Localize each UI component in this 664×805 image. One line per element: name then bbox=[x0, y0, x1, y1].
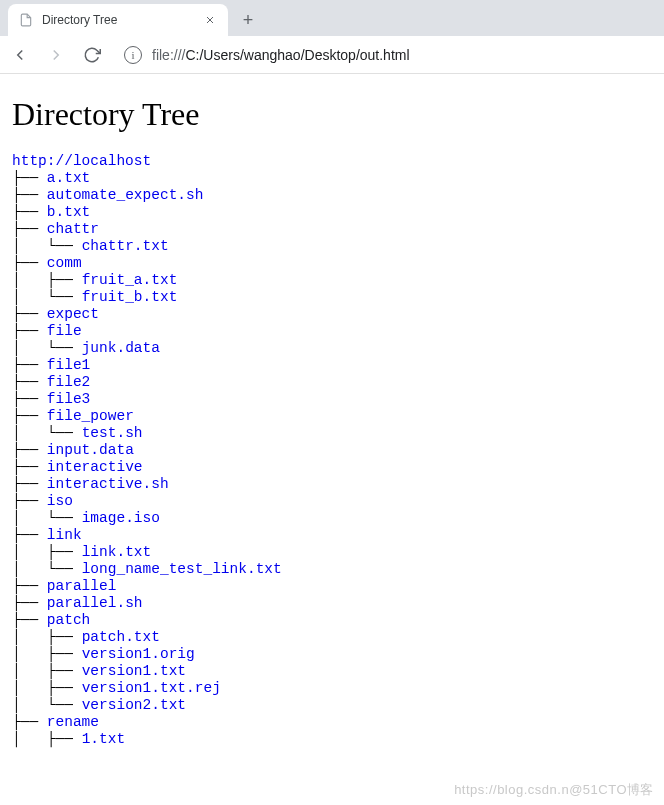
tree-item-link[interactable]: file_power bbox=[47, 408, 134, 424]
tree-item-link[interactable]: test.sh bbox=[82, 425, 143, 441]
tree-item-link[interactable]: version1.orig bbox=[82, 646, 195, 662]
tree-item-link[interactable]: comm bbox=[47, 255, 82, 271]
tree-item-link[interactable]: iso bbox=[47, 493, 73, 509]
watermark: https://blog.csdn.n@51CTO博客 bbox=[454, 781, 654, 799]
tree-item-link[interactable]: fruit_a.txt bbox=[82, 272, 178, 288]
tree-item-link[interactable]: link bbox=[47, 527, 82, 543]
browser-tabbar: Directory Tree + bbox=[0, 0, 664, 36]
browser-tab[interactable]: Directory Tree bbox=[8, 4, 228, 36]
tree-item-link[interactable]: junk.data bbox=[82, 340, 160, 356]
tree-item-link[interactable]: patch.txt bbox=[82, 629, 160, 645]
page-content: Directory Tree http://localhost ├── a.tx… bbox=[0, 74, 664, 760]
tree-item-link[interactable]: image.iso bbox=[82, 510, 160, 526]
tree-item-link[interactable]: version1.txt.rej bbox=[82, 680, 221, 696]
page-title: Directory Tree bbox=[12, 96, 652, 133]
directory-tree: http://localhost ├── a.txt ├── automate_… bbox=[12, 153, 652, 748]
tree-item-link[interactable]: file bbox=[47, 323, 82, 339]
tree-item-link[interactable]: long_name_test_link.txt bbox=[82, 561, 282, 577]
tree-item-link[interactable]: interactive.sh bbox=[47, 476, 169, 492]
tree-root-link[interactable]: http://localhost bbox=[12, 153, 151, 169]
tab-title: Directory Tree bbox=[42, 13, 194, 27]
reload-button[interactable] bbox=[80, 43, 104, 67]
tree-item-link[interactable]: automate_expect.sh bbox=[47, 187, 204, 203]
tree-item-link[interactable]: expect bbox=[47, 306, 99, 322]
tree-item-link[interactable]: parallel bbox=[47, 578, 117, 594]
tree-item-link[interactable]: rename bbox=[47, 714, 99, 730]
tree-item-link[interactable]: version1.txt bbox=[82, 663, 186, 679]
url-text: file:///C:/Users/wanghao/Desktop/out.htm… bbox=[152, 47, 410, 63]
forward-button[interactable] bbox=[44, 43, 68, 67]
tree-item-link[interactable]: 1.txt bbox=[82, 731, 126, 747]
tree-item-link[interactable]: a.txt bbox=[47, 170, 91, 186]
back-button[interactable] bbox=[8, 43, 32, 67]
tree-item-link[interactable]: link.txt bbox=[82, 544, 152, 560]
browser-toolbar: i file:///C:/Users/wanghao/Desktop/out.h… bbox=[0, 36, 664, 74]
tree-item-link[interactable]: file1 bbox=[47, 357, 91, 373]
tree-item-link[interactable]: input.data bbox=[47, 442, 134, 458]
tree-item-link[interactable]: patch bbox=[47, 612, 91, 628]
tree-item-link[interactable]: parallel.sh bbox=[47, 595, 143, 611]
site-info-icon[interactable]: i bbox=[124, 46, 142, 64]
file-icon bbox=[18, 12, 34, 28]
tree-item-link[interactable]: file2 bbox=[47, 374, 91, 390]
tree-item-link[interactable]: file3 bbox=[47, 391, 91, 407]
tree-item-link[interactable]: version2.txt bbox=[82, 697, 186, 713]
tree-item-link[interactable]: interactive bbox=[47, 459, 143, 475]
address-bar[interactable]: i file:///C:/Users/wanghao/Desktop/out.h… bbox=[124, 46, 410, 64]
new-tab-button[interactable]: + bbox=[234, 6, 262, 34]
tree-item-link[interactable]: chattr bbox=[47, 221, 99, 237]
tree-item-link[interactable]: b.txt bbox=[47, 204, 91, 220]
tree-item-link[interactable]: chattr.txt bbox=[82, 238, 169, 254]
tree-item-link[interactable]: fruit_b.txt bbox=[82, 289, 178, 305]
close-tab-icon[interactable] bbox=[202, 12, 218, 28]
